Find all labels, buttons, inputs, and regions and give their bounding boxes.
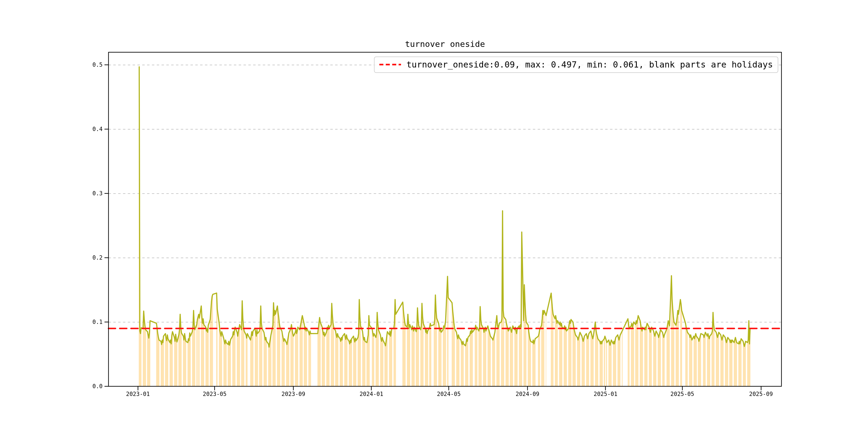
y-tick-label: 0.0 <box>70 383 103 390</box>
legend-label: turnover_oneside:0.09, max: 0.497, min: … <box>406 60 773 70</box>
x-tick-label: 2024-05 <box>422 391 475 398</box>
x-tick-label: 2025-05 <box>656 391 709 398</box>
y-tick-label: 0.4 <box>70 126 103 133</box>
x-tick-label: 2024-01 <box>344 391 398 398</box>
figure: turnover oneside 0.00.10.20.30.40.5 2023… <box>0 0 868 434</box>
y-tick-label: 0.1 <box>70 318 103 326</box>
y-tick-label: 0.5 <box>70 61 103 68</box>
y-tick-label: 0.2 <box>70 254 103 261</box>
x-tick-label: 2025-09 <box>734 391 788 398</box>
chart-title: turnover oneside <box>108 39 781 49</box>
x-tick-label: 2023-05 <box>188 391 241 398</box>
legend: turnover_oneside:0.09, max: 0.497, min: … <box>374 57 778 73</box>
y-tick-label: 0.3 <box>70 190 103 197</box>
legend-dashed-line-marker <box>379 64 401 65</box>
x-tick-label: 2025-01 <box>579 391 632 398</box>
x-tick-label: 2023-01 <box>111 391 165 398</box>
x-tick-label: 2023-09 <box>267 391 320 398</box>
x-tick-label: 2024-09 <box>501 391 554 398</box>
